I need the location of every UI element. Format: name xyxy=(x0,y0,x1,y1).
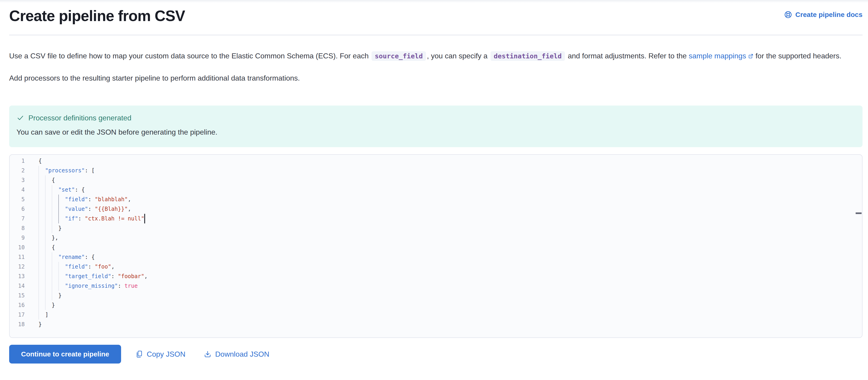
line-number: 5 xyxy=(10,195,25,204)
download-json-button[interactable]: Download JSON xyxy=(204,350,270,358)
help-ring-icon xyxy=(784,10,792,19)
code-line-13[interactable]: 13"target_field": "foobar", xyxy=(10,272,862,281)
indent-guide xyxy=(45,281,52,291)
code-line-12[interactable]: 12"field": "foo", xyxy=(10,262,862,272)
copy-icon xyxy=(135,350,143,358)
page-title: Create pipeline from CSV xyxy=(9,6,185,25)
indent-guide xyxy=(38,166,45,176)
code-line-15[interactable]: 15} xyxy=(10,291,862,300)
code-token: "ctx.Blah != null" xyxy=(85,215,144,222)
code-token: { xyxy=(52,177,55,183)
callout-header: Processor definitions generated xyxy=(17,113,855,123)
indent-guide xyxy=(58,281,65,291)
line-number: 15 xyxy=(10,291,25,300)
indent-guide xyxy=(52,223,58,233)
indent-guide xyxy=(52,195,58,204)
indent-guide xyxy=(38,223,45,233)
code-token: , xyxy=(128,196,131,202)
code-token: "blahblah" xyxy=(95,196,128,202)
download-icon xyxy=(204,350,212,358)
line-number: 18 xyxy=(10,320,25,329)
indent-guide xyxy=(58,204,65,214)
indent-guide xyxy=(52,204,58,214)
callout-title: Processor definitions generated xyxy=(28,113,131,123)
code-token: "foo" xyxy=(95,263,111,270)
code-text: "target_field": "foobar", xyxy=(38,272,148,281)
continue-button[interactable]: Continue to create pipeline xyxy=(9,345,121,363)
code-token: "field" xyxy=(65,196,88,202)
code-line-5[interactable]: 5"field": "blahblah", xyxy=(10,195,862,204)
code-line-17[interactable]: 17] xyxy=(10,310,862,320)
line-number: 10 xyxy=(10,243,25,252)
code-line-10[interactable]: 10{ xyxy=(10,243,862,252)
sample-mappings-link[interactable]: sample mappings xyxy=(689,52,753,60)
docs-link-label: Create pipeline docs xyxy=(796,11,863,19)
copy-json-button[interactable]: Copy JSON xyxy=(135,350,185,358)
code-token: "foobar" xyxy=(118,273,145,280)
indent-guide xyxy=(38,204,45,214)
indent-guide xyxy=(45,272,52,281)
line-number: 6 xyxy=(10,204,25,214)
indent-guide xyxy=(52,214,58,223)
code-token: "target_field" xyxy=(65,273,111,280)
indent-guide xyxy=(45,195,52,204)
indent-guide xyxy=(45,300,52,310)
code-token: : [ xyxy=(85,167,95,174)
code-token: "{{Blah}}" xyxy=(95,206,128,212)
indent-guide xyxy=(45,252,52,262)
code-token: : xyxy=(88,196,95,202)
code-token: : xyxy=(111,273,118,280)
code-line-3[interactable]: 3{ xyxy=(10,176,862,185)
code-line-9[interactable]: 9}, xyxy=(10,233,862,243)
code-token: } xyxy=(52,302,55,308)
code-token: { xyxy=(52,244,55,251)
code-token: true xyxy=(125,283,138,289)
check-icon xyxy=(17,114,24,122)
indent-guide xyxy=(45,204,52,214)
code-line-6[interactable]: 6"value": "{{Blah}}", xyxy=(10,204,862,214)
code-line-8[interactable]: 8} xyxy=(10,223,862,233)
line-number: 12 xyxy=(10,262,25,272)
code-token: } xyxy=(58,292,62,299)
code-line-7[interactable]: 7"if": "ctx.Blah != null" xyxy=(10,214,862,223)
indent-guide xyxy=(52,281,58,291)
code-line-18[interactable]: 18} xyxy=(10,320,862,329)
code-line-14[interactable]: 14"ignore_missing": true xyxy=(10,281,862,291)
line-number: 17 xyxy=(10,310,25,320)
download-json-label: Download JSON xyxy=(215,350,270,358)
intro-text: and format adjustments. Refer to the xyxy=(566,52,689,60)
code-line-4[interactable]: 4"set": { xyxy=(10,185,862,195)
code-token: ] xyxy=(45,312,48,318)
indent-guide xyxy=(45,262,52,272)
line-number: 8 xyxy=(10,223,25,233)
code-token: , xyxy=(111,263,115,270)
actions-bar: Continue to create pipeline Copy JSON Do… xyxy=(9,345,863,363)
indent-guide xyxy=(45,223,52,233)
success-callout: Processor definitions generated You can … xyxy=(9,105,863,147)
code-text: } xyxy=(38,320,42,329)
code-token: } xyxy=(38,321,42,327)
code-line-16[interactable]: 16} xyxy=(10,300,862,310)
line-number: 7 xyxy=(10,214,25,223)
indent-guide xyxy=(38,176,45,185)
header-divider xyxy=(9,35,863,35)
indent-guide xyxy=(38,214,45,223)
indent-guide xyxy=(45,176,52,185)
code-text: } xyxy=(38,291,62,300)
create-pipeline-from-csv-page: Create pipeline from CSV Create pipeline… xyxy=(0,0,868,363)
create-pipeline-docs-link[interactable]: Create pipeline docs xyxy=(784,10,863,19)
indent-guide xyxy=(45,291,52,300)
code-text: { xyxy=(38,156,42,166)
code-line-11[interactable]: 11"rename": { xyxy=(10,252,862,262)
intro-text: for the supported headers. xyxy=(753,52,841,60)
code-text: } xyxy=(38,300,55,310)
json-code-editor[interactable]: 1{2"processors": [3{4"set": {5"field": "… xyxy=(9,154,863,338)
external-link-icon xyxy=(748,53,753,59)
code-line-1[interactable]: 1{ xyxy=(10,156,862,166)
line-number: 16 xyxy=(10,300,25,310)
indent-guide xyxy=(38,252,45,262)
indent-guide xyxy=(38,291,45,300)
code-line-2[interactable]: 2"processors": [ xyxy=(10,166,862,176)
indent-guide xyxy=(45,214,52,223)
indent-guide xyxy=(38,195,45,204)
